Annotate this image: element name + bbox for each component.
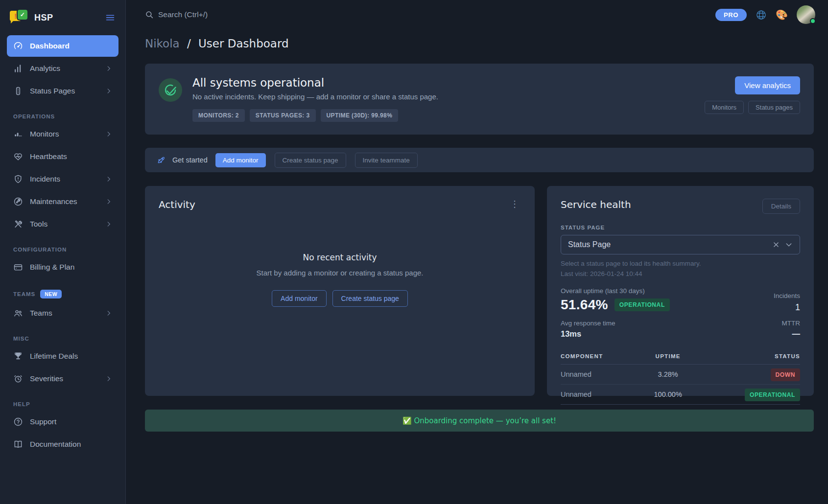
last-visit-text: Last visit: 2026-01-24 10:44 xyxy=(561,270,800,277)
monitors-count-badge: MONITORS: 2 xyxy=(192,109,245,122)
chevron-right-icon xyxy=(105,198,112,205)
alarm-icon xyxy=(13,374,23,384)
sidebar-item-label: Maintenances xyxy=(30,197,77,206)
book-icon xyxy=(13,439,23,449)
onboarding-complete-banner: ✅ Onboarding complete — you’re all set! xyxy=(145,410,814,432)
sidebar-item-lifetime-deals[interactable]: Lifetime Deals xyxy=(7,345,118,367)
sidebar-item-severities[interactable]: Severities xyxy=(7,368,118,389)
column-header-component: COMPONENT xyxy=(561,348,641,365)
uptime-30d-badge: UPTIME (30D): 99.98% xyxy=(321,109,399,122)
component-uptime: 100.00% xyxy=(641,385,695,405)
sidebar-item-label: Incidents xyxy=(30,175,60,183)
sidebar-item-status-pages[interactable]: Status Pages xyxy=(7,80,118,102)
heartbeat-icon xyxy=(13,152,23,161)
sidebar-item-maintenances[interactable]: Maintenances xyxy=(7,191,118,212)
page-title: User Dashboard xyxy=(198,37,289,50)
create-status-page-button[interactable]: Create status page xyxy=(275,153,346,168)
service-health-card: Service health Details STATUS PAGE Statu… xyxy=(547,186,814,396)
shield-alert-icon xyxy=(13,174,23,184)
menu-icon[interactable] xyxy=(105,12,116,23)
sidebar-item-label: Support xyxy=(30,417,56,426)
hero-subtitle: No active incidents. Keep shipping — add… xyxy=(192,92,438,101)
sidebar-header: ! ✓ HSP xyxy=(7,8,118,34)
sidebar-item-label: Lifetime Deals xyxy=(30,352,78,361)
sidebar-item-label: Billing & Plan xyxy=(30,263,74,272)
status-page-select[interactable]: Status Page xyxy=(561,235,800,254)
operational-badge: OPERATIONAL xyxy=(615,298,670,311)
sidebar-item-dashboard[interactable]: Dashboard xyxy=(7,35,118,57)
theme-palette-icon[interactable]: 🎨 xyxy=(776,10,788,20)
sidebar-item-analytics[interactable]: Analytics xyxy=(7,58,118,79)
new-badge: NEW xyxy=(40,290,62,298)
sidebar-item-label: Analytics xyxy=(30,64,60,73)
sidebar-item-label: Tools xyxy=(30,220,47,229)
status-pages-button[interactable]: Status pages xyxy=(748,101,800,114)
sidebar-item-monitors[interactable]: Monitors xyxy=(7,123,118,145)
check-circle-icon xyxy=(159,78,182,102)
kebab-menu-icon[interactable]: ⋮ xyxy=(506,197,523,211)
breadcrumb-parent[interactable]: Nikola xyxy=(145,37,180,50)
sidebar-section-configuration: CONFIGURATION xyxy=(13,247,112,252)
sidebar-item-support[interactable]: Support xyxy=(7,411,118,433)
brand-name: HSP xyxy=(34,13,53,23)
details-button[interactable]: Details xyxy=(762,199,800,214)
chevron-right-icon xyxy=(105,131,112,137)
status-pages-count-badge: STATUS PAGES: 3 xyxy=(250,109,316,122)
gauge-icon xyxy=(13,41,23,51)
search-icon xyxy=(145,10,154,19)
empty-add-monitor-button[interactable]: Add monitor xyxy=(272,290,326,307)
chevron-right-icon xyxy=(105,88,112,94)
chevron-down-icon[interactable] xyxy=(785,241,793,249)
logo-check-icon: ✓ xyxy=(18,10,27,20)
sidebar-item-tools[interactable]: Tools xyxy=(7,213,118,235)
activity-title: Activity xyxy=(159,199,521,210)
service-health-title: Service health xyxy=(561,199,631,210)
signal-bars-icon xyxy=(13,129,23,139)
sidebar-section-help: HELP xyxy=(13,401,112,407)
monitors-button[interactable]: Monitors xyxy=(705,101,744,114)
tools-icon xyxy=(13,219,23,229)
avg-response-label: Avg response time xyxy=(561,320,615,327)
empty-state-subtitle: Start by adding a monitor or creating a … xyxy=(159,269,521,277)
chevron-right-icon xyxy=(105,310,112,317)
brand-logo: ! ✓ xyxy=(10,10,29,25)
operational-status-badge: OPERATIONAL xyxy=(745,389,800,401)
trophy-icon xyxy=(13,351,23,361)
hero-title: All systems operational xyxy=(192,76,438,89)
help-icon xyxy=(13,417,23,427)
incidents-value: 1 xyxy=(774,302,800,313)
view-analytics-button[interactable]: View analytics xyxy=(735,76,800,94)
chevron-right-icon xyxy=(105,375,112,382)
select-helper-text: Select a status page to load its health … xyxy=(561,260,800,267)
invite-teammate-button[interactable]: Invite teammate xyxy=(355,153,418,168)
activity-card: Activity ⋮ No recent activity Start by a… xyxy=(145,186,535,396)
chevron-right-icon xyxy=(105,65,112,72)
wrench-circle-icon xyxy=(13,197,23,206)
activity-empty-state: No recent activity Start by adding a mon… xyxy=(159,252,521,307)
uptime-label: Overall uptime (last 30 days) xyxy=(561,287,670,295)
clear-icon[interactable] xyxy=(773,241,780,248)
sidebar-item-documentation[interactable]: Documentation xyxy=(7,434,118,455)
bar-chart-icon xyxy=(13,64,23,73)
status-page-select-value: Status Page xyxy=(568,240,611,249)
search-input[interactable]: Search (Ctrl+/) xyxy=(145,10,208,19)
sidebar-section-teams: TEAMS NEW xyxy=(13,290,112,298)
globe-icon[interactable] xyxy=(756,9,767,21)
sidebar: ! ✓ HSP Dashboard Analytics Status Pages… xyxy=(0,0,126,504)
component-uptime: 3.28% xyxy=(641,365,695,385)
add-monitor-button[interactable]: Add monitor xyxy=(215,153,266,167)
sidebar-item-heartbeats[interactable]: Heartbeats xyxy=(7,146,118,167)
table-row: Unnamed 100.00% OPERATIONAL xyxy=(561,385,800,405)
mttr-label: MTTR xyxy=(782,320,801,327)
sidebar-item-label: Heartbeats xyxy=(30,152,67,161)
sidebar-item-label: Monitors xyxy=(30,130,59,138)
user-avatar[interactable] xyxy=(797,5,815,24)
pro-badge[interactable]: PRO xyxy=(715,9,747,21)
empty-create-status-page-button[interactable]: Create status page xyxy=(332,290,408,307)
rocket-icon xyxy=(157,156,166,164)
sidebar-item-teams[interactable]: Teams xyxy=(7,302,118,324)
component-name: Unnamed xyxy=(561,385,641,405)
sidebar-item-billing[interactable]: Billing & Plan xyxy=(7,256,118,278)
sidebar-item-incidents[interactable]: Incidents xyxy=(7,168,118,190)
status-hero-card: All systems operational No active incide… xyxy=(145,64,814,135)
